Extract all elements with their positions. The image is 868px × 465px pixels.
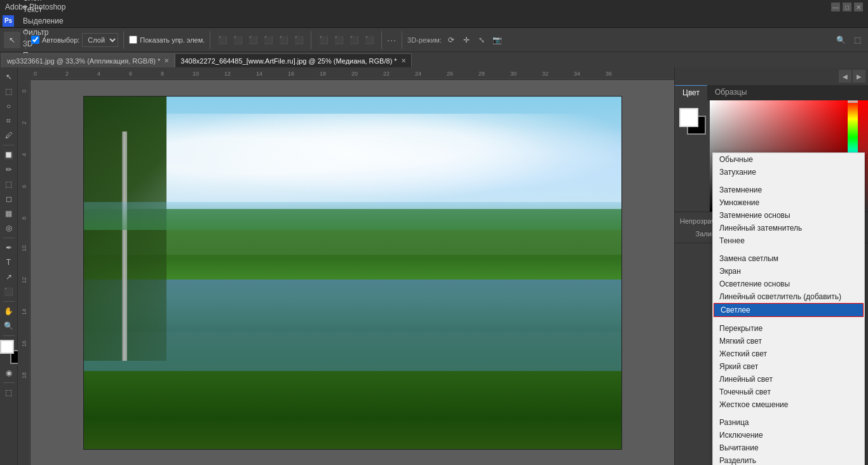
blend-mode-item-точечный-свет[interactable]: Точечный свет [713,386,864,398]
ruler-v-svg: 0 2 4 6 8 10 12 14 16 18 [18,80,31,465]
3d-camera-icon[interactable]: 📷 [490,33,504,47]
svg-text:30: 30 [510,71,517,77]
blend-mode-item-мягкий-свет[interactable]: Мягкий свет [713,335,864,347]
panel-mini-toolbar: ◀ ▶ [675,67,868,85]
blend-mode-item-линейный-свет[interactable]: Линейный свет [713,373,864,386]
tab-1-close[interactable]: ✕ [401,57,406,64]
tab-0[interactable]: wp3323661.jpg @ 33,3% (Аппликация, RGB/8… [1,53,175,67]
maximize-button[interactable]: □ [843,3,851,11]
blend-mode-item-затемнение-основы[interactable]: Затемнение основы [713,209,864,222]
svg-text:10: 10 [21,245,27,252]
move-tool-btn[interactable]: ↖ [4,32,20,48]
tool-move[interactable]: ↖ [2,70,16,84]
tab-1[interactable]: 3408x2272_664485_[www.ArtFile.ru].jpg @ … [175,53,411,67]
blend-mode-item-затухание[interactable]: Затухание [713,166,864,179]
svg-text:8: 8 [21,217,27,220]
tool-pen[interactable]: ✒ [2,241,16,255]
screen-mode-btn[interactable]: ⬚ [2,386,16,400]
auto-select-checkbox[interactable] [31,36,39,44]
tool-blur[interactable]: ◎ [2,221,16,235]
blend-mode-item-затемнение[interactable]: Затемнение [713,184,864,196]
search-icon[interactable]: 🔍 [834,33,848,47]
blend-mode-item-осветление-основы[interactable]: Осветление основы [713,278,864,290]
align-center-icon[interactable]: ⬛ [231,33,245,47]
foreground-layer [84,371,621,448]
tool-clone[interactable]: ⬚ [2,177,16,191]
tool-brush[interactable]: ✏ [2,163,16,177]
tool-lasso[interactable]: ○ [2,99,16,113]
tab-0-close[interactable]: ✕ [164,57,169,64]
fg-bg-colors[interactable] [679,108,706,135]
dist-x-icon[interactable]: ⬛ [347,33,361,47]
svg-text:20: 20 [351,71,358,77]
menu-item-слои[interactable]: Слои [18,0,86,4]
tool-text[interactable]: T [2,255,16,269]
menu-item-текст[interactable]: Текст [18,4,86,15]
hue-indicator [846,100,859,103]
align-top-icon[interactable]: ⬛ [261,33,275,47]
3d-move-icon[interactable]: ✛ [459,33,473,47]
dist-v-icon[interactable]: ⬛ [332,33,346,47]
blend-mode-item-исключение[interactable]: Исключение [713,429,864,441]
align-right-icon[interactable]: ⬛ [246,33,260,47]
show-controls-checkbox[interactable] [129,36,137,44]
blend-mode-item-жесткий-свет[interactable]: Жесткий свет [713,347,864,360]
tabs-bar: wp3323661.jpg @ 33,3% (Аппликация, RGB/8… [0,52,868,67]
3d-rotate-icon[interactable]: ⟳ [444,33,458,47]
lt-separator-5 [3,382,15,383]
blend-mode-item-светлее[interactable]: Светлее [714,303,864,317]
align-bottom-icon[interactable]: ⬛ [292,33,306,47]
quick-mask-btn[interactable]: ◉ [2,366,16,380]
ruler-corner [18,67,31,80]
auto-select-dropdown[interactable]: Слой [82,33,118,47]
tool-eyedropper[interactable]: 🖊 [2,128,16,142]
align-left-icon[interactable]: ⬛ [215,33,229,47]
3d-scale-icon[interactable]: ⤡ [475,33,489,47]
tab-color[interactable]: Цвет [675,85,707,100]
blend-mode-item-вычитание[interactable]: Вычитание [713,441,864,454]
color-panel-tabs: Цвет Образцы [675,85,868,100]
blend-mode-item-линейный-затемнитель[interactable]: Линейный затемнитель [713,222,864,234]
extras-icon[interactable]: ⬚ [850,33,864,47]
tool-healing[interactable]: 🔲 [2,148,16,162]
tool-select-rect[interactable]: ⬚ [2,84,16,98]
blend-mode-dropdown: ОбычныеЗатуханиеЗатемнениеУмножениеЗатем… [712,152,865,465]
main-layout: ↖ ⬚ ○ ⌗ 🖊 🔲 ✏ ⬚ ◻ ▦ ◎ ✒ T ↗ ⬛ ✋ 🔍 ◉ ⬚ [0,67,868,465]
blend-mode-item-замена-светлым[interactable]: Замена светлым [713,252,864,265]
tool-path[interactable]: ↗ [2,270,16,284]
foreground-color-swatch[interactable] [0,340,14,354]
more-options-icon[interactable]: ··· [387,35,397,45]
panel-expand-btn[interactable]: ▶ [853,70,865,83]
dist-y-icon[interactable]: ⬛ [362,33,376,47]
dist-h-icon[interactable]: ⬛ [316,33,330,47]
blend-mode-item-жесткое-смешение[interactable]: Жесткое смешение [713,398,864,411]
panel-collapse-btn[interactable]: ◀ [839,70,851,83]
minimize-button[interactable]: — [831,3,840,11]
tool-crop[interactable]: ⌗ [2,114,16,128]
tool-eraser[interactable]: ◻ [2,192,16,206]
blend-mode-item-теннее[interactable]: Теннее [713,234,864,247]
svg-text:26: 26 [447,71,453,77]
foreground-color-box[interactable] [679,108,698,127]
blend-mode-item-умножение[interactable]: Умножение [713,196,864,209]
tool-gradient[interactable]: ▦ [2,206,16,220]
tool-shape[interactable]: ⬛ [2,285,16,299]
blend-mode-item-разделить[interactable]: Разделить [713,454,864,465]
toolbar-separator-5 [381,31,382,49]
canvas-area: 0 2 4 6 8 10 12 14 16 18 20 22 24 26 28 … [18,67,674,465]
blend-mode-item-яркий-свет[interactable]: Яркий свет [713,360,864,373]
align-icons: ⬛ ⬛ ⬛ ⬛ ⬛ ⬛ [215,33,306,47]
blend-mode-item-экран[interactable]: Экран [713,265,864,278]
tool-zoom[interactable]: 🔍 [2,319,16,333]
align-middle-icon[interactable]: ⬛ [276,33,290,47]
tool-hand[interactable]: ✋ [2,304,16,318]
tab-swatches[interactable]: Образцы [707,85,754,100]
blend-mode-item-разница[interactable]: Разница [713,416,864,429]
menu-item-выделение[interactable]: Выделение [18,15,86,27]
canvas-container [31,80,674,465]
blend-mode-item-перекрытие[interactable]: Перекрытие [713,322,864,335]
blend-mode-item-линейный-осветлитель-(добавить)[interactable]: Линейный осветлитель (добавить) [713,290,864,303]
ruler-horizontal: 0 2 4 6 8 10 12 14 16 18 20 22 24 26 28 … [31,67,674,80]
blend-mode-item-обычные[interactable]: Обычные [713,153,864,166]
close-button[interactable]: ✕ [854,3,863,11]
